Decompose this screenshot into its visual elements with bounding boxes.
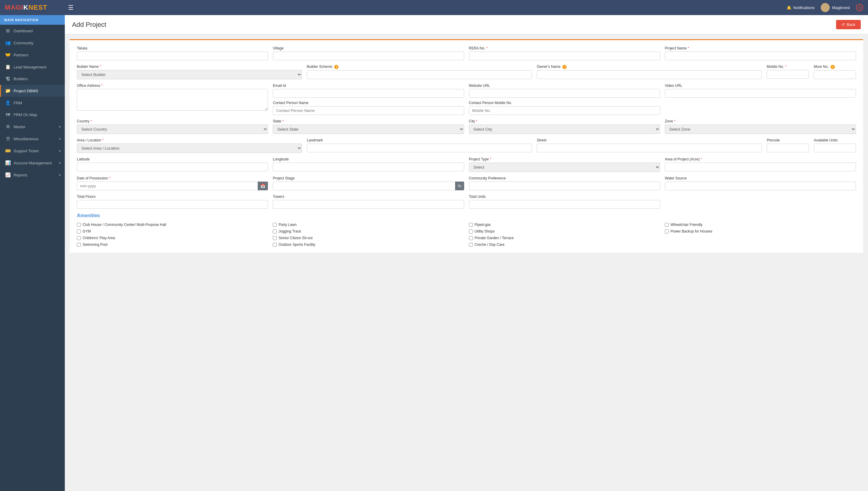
- street-input[interactable]: [537, 144, 762, 152]
- office-address-input[interactable]: [77, 89, 268, 111]
- water-source-input[interactable]: [665, 181, 856, 190]
- amenity-wheelchair-checkbox[interactable]: [665, 223, 669, 227]
- sidebar-item-support-ticket[interactable]: 🎫 Support Ticket ▾: [0, 145, 65, 157]
- chevron-down-icon: ▾: [59, 161, 61, 165]
- form-row-4: Country * Select Country State * Select …: [77, 119, 856, 134]
- amenity-jogging-track-checkbox[interactable]: [273, 230, 277, 233]
- state-select[interactable]: Select State: [273, 124, 464, 134]
- amenity-swimming-pool-checkbox[interactable]: [77, 243, 81, 247]
- city-label: City *: [469, 119, 660, 123]
- taluka-input[interactable]: [77, 52, 268, 60]
- amenity-piped-gas-checkbox[interactable]: [469, 223, 473, 227]
- sidebar-item-builders[interactable]: 🏗 Builders: [0, 73, 65, 85]
- amenity-childrens-play-checkbox[interactable]: [77, 236, 81, 240]
- sidebar-item-lead-management[interactable]: 📋 Lead Management: [0, 61, 65, 73]
- amenity-gym-checkbox[interactable]: [77, 230, 81, 233]
- amenity-party-lawn-checkbox[interactable]: [273, 223, 277, 227]
- account-mgmt-icon: 📊: [5, 160, 10, 166]
- power-button[interactable]: ⏻: [856, 4, 863, 11]
- total-floors-input[interactable]: [77, 200, 268, 209]
- rera-input[interactable]: [469, 52, 660, 60]
- mobile-no-input[interactable]: [767, 70, 809, 79]
- amenity-utility-shops-checkbox[interactable]: [469, 230, 473, 233]
- sidebar-item-frm[interactable]: 👤 FRM: [0, 97, 65, 109]
- sidebar-item-community[interactable]: 👥 Community: [0, 37, 65, 49]
- email-input[interactable]: [273, 89, 464, 98]
- calendar-icon[interactable]: 📅: [258, 181, 268, 190]
- sidebar-item-miscellaneous[interactable]: ☰ Miscellaneous ▾: [0, 133, 65, 145]
- project-type-select[interactable]: Select: [469, 163, 660, 172]
- notifications-area[interactable]: 🔔 Notifications: [786, 5, 815, 10]
- chevron-down-icon: ▾: [59, 149, 61, 153]
- state-label: State *: [273, 119, 464, 123]
- back-button[interactable]: ↺ Back: [836, 20, 861, 29]
- village-input[interactable]: [273, 52, 464, 60]
- taluka-label: Taluka: [77, 46, 268, 50]
- community-preference-group: Community Preference: [469, 176, 660, 190]
- owners-name-input[interactable]: [537, 70, 762, 79]
- available-units-input[interactable]: [814, 144, 856, 152]
- date-of-possession-input[interactable]: [77, 181, 268, 190]
- zone-select[interactable]: Select Zone: [665, 124, 856, 134]
- sidebar-label: Lead Management: [13, 65, 46, 69]
- user-area[interactable]: Magiknest: [821, 3, 850, 12]
- mobile-no-label: Mobile No. *: [767, 64, 809, 69]
- towers-input[interactable]: [273, 200, 464, 209]
- sidebar-item-account-management[interactable]: 📊 Account Management ▾: [0, 157, 65, 169]
- available-units-label: Available Units: [814, 138, 856, 142]
- landmark-label: Landmark: [307, 138, 532, 142]
- more-no-input[interactable]: [814, 70, 856, 79]
- contact-person-name-input[interactable]: [273, 106, 464, 115]
- area-location-select[interactable]: Select Area / Location: [77, 144, 302, 153]
- builder-name-select[interactable]: Select Builder: [77, 70, 302, 79]
- sidebar-label: Support Ticket: [13, 149, 38, 153]
- amenity-jogging-track: Jogging Track: [273, 229, 464, 233]
- village-label: Village: [273, 46, 464, 50]
- area-of-project-input[interactable]: [665, 163, 856, 171]
- amenity-private-garden-checkbox[interactable]: [469, 236, 473, 240]
- amenity-outdoor-sports-checkbox[interactable]: [273, 243, 277, 247]
- chevron-down-icon: ▾: [59, 125, 61, 128]
- project-name-input[interactable]: [665, 52, 856, 60]
- contact-person-mobile-label: Contact Person Mobile No.: [469, 101, 660, 105]
- longitude-input[interactable]: [273, 163, 464, 171]
- landmark-input[interactable]: [307, 144, 532, 152]
- contact-person-mobile-input[interactable]: [469, 106, 660, 115]
- amenity-creche-checkbox[interactable]: [469, 243, 473, 247]
- sidebar-item-master[interactable]: ⚙ Master ▾: [0, 121, 65, 133]
- email-label: Email Id: [273, 84, 464, 88]
- country-select[interactable]: Select Country: [77, 124, 268, 134]
- amenity-gym: GYM: [77, 229, 268, 233]
- sidebar-item-dashboard[interactable]: ⊞ Dashboard: [0, 25, 65, 37]
- amenity-swimming-pool: Swimming Pool: [77, 242, 268, 247]
- sidebar-item-frm-on-map[interactable]: 🗺 FRM On Map: [0, 109, 65, 121]
- amenity-party-lawn: Party Lawn: [273, 223, 464, 227]
- sidebar-item-reports[interactable]: 📈 Reports ▾: [0, 169, 65, 181]
- owners-name-label: Owner's Name ℹ: [537, 64, 762, 69]
- amenity-senior-citizen-checkbox[interactable]: [273, 236, 277, 240]
- builder-scheme-input[interactable]: [307, 70, 532, 79]
- sidebar-label: Master: [13, 124, 26, 129]
- video-url-input[interactable]: [665, 89, 856, 98]
- project-stage-group: Project Stage %: [273, 176, 464, 190]
- sidebar-item-project-dbms[interactable]: 📁 Project DBMS: [0, 85, 65, 97]
- amenity-power-backup-checkbox[interactable]: [665, 230, 669, 233]
- area-of-project-group: Area of Project (Acre) *: [665, 157, 856, 172]
- zone-group: Zone * Select Zone: [665, 119, 856, 134]
- project-stage-input[interactable]: [273, 181, 464, 190]
- country-group: Country * Select Country: [77, 119, 268, 134]
- pincode-input[interactable]: [767, 144, 809, 152]
- community-preference-input[interactable]: [469, 181, 660, 190]
- latitude-input[interactable]: [77, 163, 268, 171]
- hamburger-icon[interactable]: ☰: [68, 4, 73, 11]
- total-units-input[interactable]: [469, 200, 660, 209]
- rera-label: RERA No. *: [469, 46, 660, 50]
- website-url-input[interactable]: [469, 89, 660, 98]
- layout: MAIN NAVIGATION ⊞ Dashboard 👥 Community …: [0, 15, 868, 491]
- city-select[interactable]: Select City: [469, 124, 660, 134]
- community-preference-label: Community Preference: [469, 176, 660, 180]
- amenity-club-house-checkbox[interactable]: [77, 223, 81, 227]
- svg-point-1: [822, 9, 828, 12]
- sidebar-item-partners[interactable]: 🤝 Partners: [0, 49, 65, 61]
- notifications-label: Notifications: [793, 5, 815, 10]
